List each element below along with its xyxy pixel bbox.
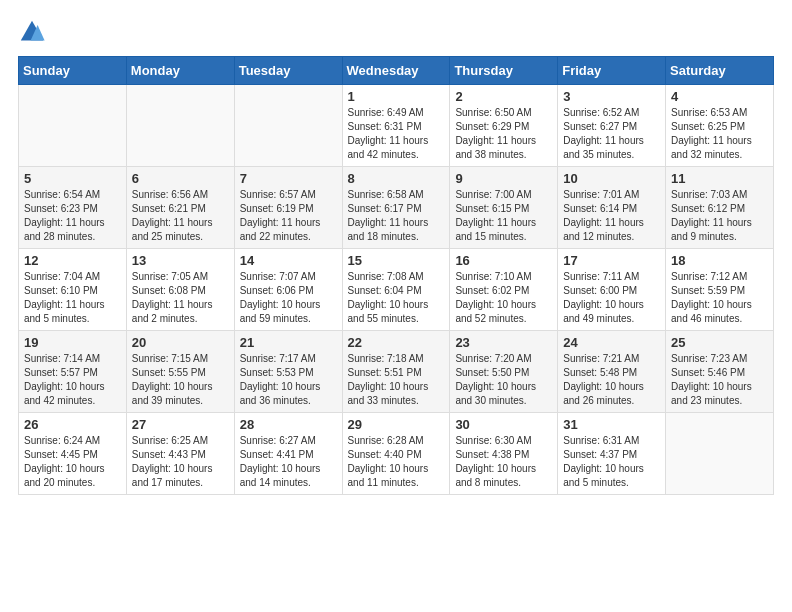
calendar-cell: 26Sunrise: 6:24 AM Sunset: 4:45 PM Dayli… (19, 413, 127, 495)
day-number: 28 (240, 417, 337, 432)
day-number: 25 (671, 335, 768, 350)
week-row-4: 19Sunrise: 7:14 AM Sunset: 5:57 PM Dayli… (19, 331, 774, 413)
day-number: 3 (563, 89, 660, 104)
day-info: Sunrise: 7:03 AM Sunset: 6:12 PM Dayligh… (671, 188, 768, 244)
calendar: SundayMondayTuesdayWednesdayThursdayFrid… (18, 56, 774, 495)
day-number: 19 (24, 335, 121, 350)
weekday-header-thursday: Thursday (450, 57, 558, 85)
day-info: Sunrise: 7:07 AM Sunset: 6:06 PM Dayligh… (240, 270, 337, 326)
calendar-cell: 25Sunrise: 7:23 AM Sunset: 5:46 PM Dayli… (666, 331, 774, 413)
day-number: 10 (563, 171, 660, 186)
calendar-cell: 15Sunrise: 7:08 AM Sunset: 6:04 PM Dayli… (342, 249, 450, 331)
calendar-cell: 31Sunrise: 6:31 AM Sunset: 4:37 PM Dayli… (558, 413, 666, 495)
calendar-cell: 2Sunrise: 6:50 AM Sunset: 6:29 PM Daylig… (450, 85, 558, 167)
day-info: Sunrise: 7:05 AM Sunset: 6:08 PM Dayligh… (132, 270, 229, 326)
day-number: 6 (132, 171, 229, 186)
day-number: 9 (455, 171, 552, 186)
calendar-cell: 10Sunrise: 7:01 AM Sunset: 6:14 PM Dayli… (558, 167, 666, 249)
week-row-1: 1Sunrise: 6:49 AM Sunset: 6:31 PM Daylig… (19, 85, 774, 167)
day-info: Sunrise: 7:15 AM Sunset: 5:55 PM Dayligh… (132, 352, 229, 408)
day-number: 7 (240, 171, 337, 186)
calendar-cell: 9Sunrise: 7:00 AM Sunset: 6:15 PM Daylig… (450, 167, 558, 249)
day-info: Sunrise: 6:25 AM Sunset: 4:43 PM Dayligh… (132, 434, 229, 490)
day-number: 16 (455, 253, 552, 268)
day-number: 8 (348, 171, 445, 186)
calendar-cell: 7Sunrise: 6:57 AM Sunset: 6:19 PM Daylig… (234, 167, 342, 249)
day-number: 26 (24, 417, 121, 432)
calendar-cell: 3Sunrise: 6:52 AM Sunset: 6:27 PM Daylig… (558, 85, 666, 167)
day-number: 18 (671, 253, 768, 268)
day-info: Sunrise: 7:04 AM Sunset: 6:10 PM Dayligh… (24, 270, 121, 326)
day-number: 15 (348, 253, 445, 268)
calendar-cell: 19Sunrise: 7:14 AM Sunset: 5:57 PM Dayli… (19, 331, 127, 413)
day-info: Sunrise: 6:56 AM Sunset: 6:21 PM Dayligh… (132, 188, 229, 244)
day-info: Sunrise: 7:14 AM Sunset: 5:57 PM Dayligh… (24, 352, 121, 408)
day-number: 2 (455, 89, 552, 104)
calendar-cell (126, 85, 234, 167)
day-info: Sunrise: 7:08 AM Sunset: 6:04 PM Dayligh… (348, 270, 445, 326)
day-number: 14 (240, 253, 337, 268)
calendar-cell: 24Sunrise: 7:21 AM Sunset: 5:48 PM Dayli… (558, 331, 666, 413)
day-info: Sunrise: 6:58 AM Sunset: 6:17 PM Dayligh… (348, 188, 445, 244)
weekday-header-row: SundayMondayTuesdayWednesdayThursdayFrid… (19, 57, 774, 85)
calendar-cell: 17Sunrise: 7:11 AM Sunset: 6:00 PM Dayli… (558, 249, 666, 331)
day-info: Sunrise: 6:31 AM Sunset: 4:37 PM Dayligh… (563, 434, 660, 490)
day-info: Sunrise: 7:12 AM Sunset: 5:59 PM Dayligh… (671, 270, 768, 326)
calendar-cell: 4Sunrise: 6:53 AM Sunset: 6:25 PM Daylig… (666, 85, 774, 167)
day-info: Sunrise: 6:27 AM Sunset: 4:41 PM Dayligh… (240, 434, 337, 490)
day-info: Sunrise: 6:24 AM Sunset: 4:45 PM Dayligh… (24, 434, 121, 490)
calendar-cell: 23Sunrise: 7:20 AM Sunset: 5:50 PM Dayli… (450, 331, 558, 413)
day-info: Sunrise: 6:28 AM Sunset: 4:40 PM Dayligh… (348, 434, 445, 490)
week-row-3: 12Sunrise: 7:04 AM Sunset: 6:10 PM Dayli… (19, 249, 774, 331)
calendar-cell: 8Sunrise: 6:58 AM Sunset: 6:17 PM Daylig… (342, 167, 450, 249)
day-info: Sunrise: 6:30 AM Sunset: 4:38 PM Dayligh… (455, 434, 552, 490)
day-info: Sunrise: 7:01 AM Sunset: 6:14 PM Dayligh… (563, 188, 660, 244)
day-number: 21 (240, 335, 337, 350)
weekday-header-saturday: Saturday (666, 57, 774, 85)
calendar-cell: 12Sunrise: 7:04 AM Sunset: 6:10 PM Dayli… (19, 249, 127, 331)
weekday-header-friday: Friday (558, 57, 666, 85)
day-number: 4 (671, 89, 768, 104)
calendar-cell: 5Sunrise: 6:54 AM Sunset: 6:23 PM Daylig… (19, 167, 127, 249)
calendar-cell: 16Sunrise: 7:10 AM Sunset: 6:02 PM Dayli… (450, 249, 558, 331)
day-number: 11 (671, 171, 768, 186)
calendar-cell: 1Sunrise: 6:49 AM Sunset: 6:31 PM Daylig… (342, 85, 450, 167)
header (18, 18, 774, 46)
day-number: 20 (132, 335, 229, 350)
calendar-cell: 6Sunrise: 6:56 AM Sunset: 6:21 PM Daylig… (126, 167, 234, 249)
calendar-cell: 22Sunrise: 7:18 AM Sunset: 5:51 PM Dayli… (342, 331, 450, 413)
day-info: Sunrise: 6:50 AM Sunset: 6:29 PM Dayligh… (455, 106, 552, 162)
day-number: 13 (132, 253, 229, 268)
day-number: 30 (455, 417, 552, 432)
week-row-2: 5Sunrise: 6:54 AM Sunset: 6:23 PM Daylig… (19, 167, 774, 249)
day-number: 22 (348, 335, 445, 350)
calendar-cell: 14Sunrise: 7:07 AM Sunset: 6:06 PM Dayli… (234, 249, 342, 331)
day-info: Sunrise: 7:10 AM Sunset: 6:02 PM Dayligh… (455, 270, 552, 326)
calendar-cell: 11Sunrise: 7:03 AM Sunset: 6:12 PM Dayli… (666, 167, 774, 249)
day-info: Sunrise: 7:18 AM Sunset: 5:51 PM Dayligh… (348, 352, 445, 408)
day-number: 17 (563, 253, 660, 268)
day-info: Sunrise: 6:53 AM Sunset: 6:25 PM Dayligh… (671, 106, 768, 162)
weekday-header-monday: Monday (126, 57, 234, 85)
day-info: Sunrise: 6:49 AM Sunset: 6:31 PM Dayligh… (348, 106, 445, 162)
day-info: Sunrise: 7:20 AM Sunset: 5:50 PM Dayligh… (455, 352, 552, 408)
day-info: Sunrise: 7:11 AM Sunset: 6:00 PM Dayligh… (563, 270, 660, 326)
logo (18, 18, 50, 46)
calendar-cell (666, 413, 774, 495)
calendar-cell: 30Sunrise: 6:30 AM Sunset: 4:38 PM Dayli… (450, 413, 558, 495)
day-info: Sunrise: 6:54 AM Sunset: 6:23 PM Dayligh… (24, 188, 121, 244)
week-row-5: 26Sunrise: 6:24 AM Sunset: 4:45 PM Dayli… (19, 413, 774, 495)
calendar-cell: 29Sunrise: 6:28 AM Sunset: 4:40 PM Dayli… (342, 413, 450, 495)
day-number: 12 (24, 253, 121, 268)
weekday-header-sunday: Sunday (19, 57, 127, 85)
day-info: Sunrise: 7:17 AM Sunset: 5:53 PM Dayligh… (240, 352, 337, 408)
logo-icon (18, 18, 46, 46)
day-info: Sunrise: 7:23 AM Sunset: 5:46 PM Dayligh… (671, 352, 768, 408)
calendar-cell (234, 85, 342, 167)
weekday-header-wednesday: Wednesday (342, 57, 450, 85)
day-number: 29 (348, 417, 445, 432)
day-number: 1 (348, 89, 445, 104)
day-info: Sunrise: 6:57 AM Sunset: 6:19 PM Dayligh… (240, 188, 337, 244)
calendar-cell: 21Sunrise: 7:17 AM Sunset: 5:53 PM Dayli… (234, 331, 342, 413)
weekday-header-tuesday: Tuesday (234, 57, 342, 85)
